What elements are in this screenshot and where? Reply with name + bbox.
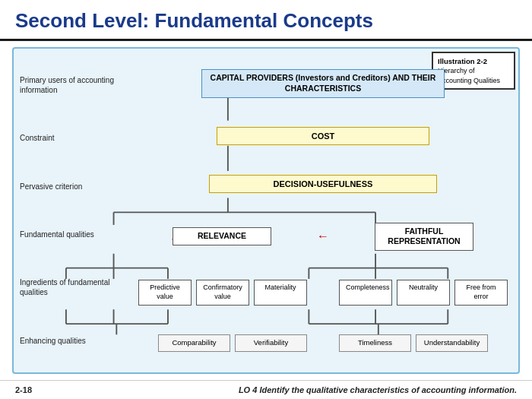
enhancing-right: Timeliness Understandability <box>339 334 488 351</box>
label-constraint: Constraint <box>20 133 132 143</box>
lo-text: LO 4 Identify the qualitative characteri… <box>239 385 517 394</box>
row-cost: COST <box>135 127 511 145</box>
ingredients-right: Completeness Neutrality Free from error <box>339 280 508 305</box>
diagram-rows: CAPITAL PROVIDERS (Investors and Credito… <box>135 56 511 365</box>
illus-line1: Illustration 2-2 <box>438 56 509 66</box>
box-completeness: Completeness <box>339 280 392 305</box>
title-bar: Second Level: Fundamental Concepts <box>0 0 532 41</box>
box-verifiability: Verifiability <box>235 334 307 351</box>
enhancing-left: Comparability Verifiability <box>158 334 307 351</box>
row-ingredients: Predictive value Confirmatory value Mate… <box>135 280 511 305</box>
box-cost: COST <box>217 127 429 145</box>
slide-number: 2-18 <box>15 385 32 394</box>
box-understandability: Understandability <box>416 334 488 351</box>
content: Primary users of accounting information … <box>0 41 532 380</box>
label-pervasive: Pervasive criterion <box>20 182 132 192</box>
row-capital: CAPITAL PROVIDERS (Investors and Credito… <box>135 69 511 97</box>
diagram: Primary users of accounting information … <box>12 47 520 374</box>
label-enhancing: Enhancing qualities <box>20 336 132 346</box>
ingredients-left: Predictive value Confirmatory value Mate… <box>138 280 307 305</box>
box-relevance: RELEVANCE <box>173 227 271 245</box>
box-decision: DECISION-USEFULNESS <box>209 175 437 193</box>
label-primary: Primary users of accounting information <box>20 75 132 95</box>
box-faithful: FAITHFUL REPRESENTATION <box>375 223 473 251</box>
row-fundamental: RELEVANCE ← FAITHFUL REPRESENTATION <box>135 223 511 251</box>
arrow-left: ← <box>317 230 329 243</box>
box-timeliness: Timeliness <box>339 334 411 351</box>
box-confirmatory: Confirmatory value <box>196 280 249 305</box>
label-ingredients: Ingredients of fundamental qualities <box>20 277 132 297</box>
page: Second Level: Fundamental Concepts Prima… <box>0 0 532 399</box>
box-predictive: Predictive value <box>138 280 192 305</box>
box-comparability: Comparability <box>158 334 230 351</box>
labels-column: Primary users of accounting information … <box>20 49 132 372</box>
page-title: Second Level: Fundamental Concepts <box>15 9 517 33</box>
box-materiality: Materiality <box>254 280 307 305</box>
row-decision: DECISION-USEFULNESS <box>135 175 511 193</box>
box-capital: CAPITAL PROVIDERS (Investors and Credito… <box>201 69 445 97</box>
box-free-from-error: Free from error <box>454 280 508 305</box>
row-enhancing: Comparability Verifiability Timeliness U… <box>135 334 511 351</box>
label-fundamental: Fundamental qualities <box>20 230 132 239</box>
footer: 2-18 LO 4 Identify the qualitative chara… <box>0 380 532 399</box>
box-neutrality: Neutrality <box>397 280 450 305</box>
